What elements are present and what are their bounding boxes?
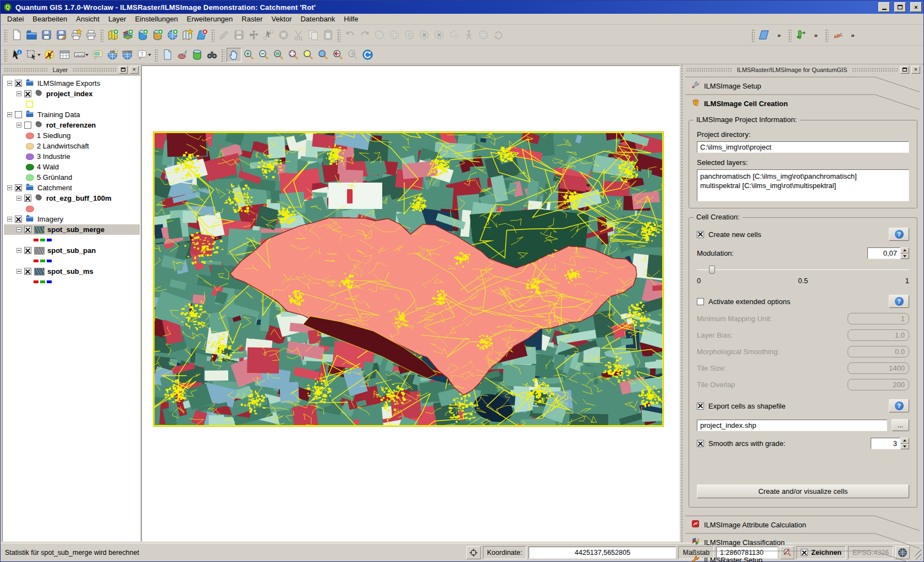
help-button[interactable]: ? bbox=[889, 295, 909, 308]
menu-raster[interactable]: Raster bbox=[237, 14, 267, 24]
new-bookmark-button[interactable]: HD bbox=[105, 48, 120, 62]
expander-icon[interactable] bbox=[16, 269, 21, 274]
move-feature-button[interactable] bbox=[246, 27, 261, 43]
select-features-button[interactable] bbox=[24, 48, 39, 62]
toolbar-grip[interactable] bbox=[221, 48, 224, 62]
add-raster-layer-button[interactable] bbox=[120, 27, 135, 43]
mouse-position-toggle-icon[interactable] bbox=[466, 546, 481, 559]
activate-extended-options-checkbox[interactable] bbox=[697, 298, 704, 305]
dock-float-button[interactable] bbox=[119, 66, 128, 74]
dock-grip[interactable] bbox=[852, 68, 898, 72]
zoom-native-button[interactable] bbox=[271, 48, 286, 62]
selected-layers-list[interactable]: panchromatisch [C:\ilms_img\rot\panchrom… bbox=[697, 169, 909, 201]
layer-item-5-gr-nland[interactable]: 5 Grünland bbox=[4, 172, 140, 183]
expander-icon[interactable] bbox=[16, 248, 21, 253]
help-button[interactable]: ? bbox=[889, 228, 909, 241]
map-navigation-overflow-button[interactable] bbox=[757, 27, 772, 43]
layer-item-spot-sub-merge[interactable]: spot_sub_merge bbox=[4, 224, 140, 235]
expander-icon[interactable] bbox=[7, 112, 12, 117]
zoom-out-button[interactable] bbox=[256, 48, 271, 62]
identify-button[interactable]: i bbox=[9, 48, 24, 62]
layer-visibility-checkbox[interactable] bbox=[15, 184, 22, 191]
render-checkbox[interactable] bbox=[801, 549, 808, 556]
layer-visibility-checkbox[interactable] bbox=[24, 268, 31, 275]
zoom-last-button[interactable] bbox=[331, 48, 345, 62]
toolbar-grip[interactable] bbox=[100, 29, 103, 42]
expander-icon[interactable] bbox=[16, 196, 21, 201]
dock-grip[interactable] bbox=[73, 68, 117, 72]
spin-down-button[interactable] bbox=[900, 254, 909, 260]
add-vector-layer-button[interactable] bbox=[106, 27, 120, 43]
pan-map-button[interactable] bbox=[227, 48, 241, 62]
menu-erweiterungen[interactable]: Erweiterungen bbox=[182, 14, 237, 24]
map-canvas[interactable] bbox=[153, 131, 664, 427]
new-map-view-button[interactable] bbox=[160, 48, 175, 62]
expander-icon[interactable] bbox=[16, 227, 21, 232]
new-print-composer-button[interactable] bbox=[69, 27, 84, 43]
close-button[interactable]: × bbox=[910, 2, 922, 12]
copy-features-button[interactable] bbox=[306, 27, 321, 43]
tab-ilmsimage-setup[interactable]: ILMSImage Setup bbox=[684, 76, 922, 92]
toolbar-grip[interactable] bbox=[751, 29, 755, 42]
layer-item-bands[interactable] bbox=[4, 256, 140, 266]
menu-einstellungen[interactable]: Einstellungen bbox=[130, 14, 182, 24]
composer-manager-button[interactable] bbox=[84, 27, 98, 43]
map-tips-button[interactable] bbox=[90, 48, 105, 62]
layer-visibility-checkbox[interactable] bbox=[24, 247, 31, 254]
layer-item-project-index[interactable]: project_index bbox=[4, 89, 140, 99]
overflow-chevron-1[interactable]: » bbox=[772, 27, 787, 43]
toolbar-grip[interactable] bbox=[788, 29, 791, 42]
menu-datenbank[interactable]: Datenbank bbox=[296, 14, 339, 24]
save-project-button[interactable] bbox=[39, 27, 54, 43]
merge-features-button[interactable] bbox=[476, 27, 491, 43]
simplify-feature-button[interactable] bbox=[372, 27, 387, 43]
dock-close-button[interactable]: × bbox=[130, 66, 139, 74]
smooth-arcs-input[interactable]: 3 bbox=[871, 438, 900, 449]
show-bookmarks-button[interactable]: HOME bbox=[120, 48, 135, 62]
dock-close-button[interactable]: × bbox=[911, 66, 920, 74]
zoom-full-button[interactable] bbox=[286, 48, 301, 62]
spin-up-button[interactable] bbox=[900, 438, 909, 444]
tab-ilmsimage-attribute-calculation[interactable]: ILMSImage Attribute Calculation bbox=[684, 515, 922, 531]
refresh-map-button[interactable] bbox=[360, 48, 375, 62]
menu-hilfe[interactable]: Hilfe bbox=[339, 14, 362, 24]
create-new-cells-checkbox[interactable] bbox=[697, 231, 704, 238]
add-postgis-layer-button[interactable] bbox=[135, 27, 150, 43]
minimize-button[interactable] bbox=[878, 2, 890, 12]
deselect-all-button[interactable] bbox=[42, 48, 57, 62]
dock-grip[interactable] bbox=[4, 68, 48, 72]
menu-vektor[interactable]: Vektor bbox=[267, 14, 296, 24]
add-ring-button[interactable] bbox=[387, 27, 402, 43]
expander-icon[interactable] bbox=[7, 217, 12, 222]
spin-up-button[interactable] bbox=[900, 247, 909, 254]
toolbar-grip[interactable] bbox=[154, 48, 158, 62]
overflow-chevron-3[interactable]: » bbox=[845, 27, 860, 43]
open-attribute-table-button[interactable] bbox=[57, 48, 72, 62]
undo-button[interactable] bbox=[343, 27, 358, 43]
search-button[interactable] bbox=[205, 48, 219, 62]
remove-layer-button[interactable] bbox=[195, 27, 210, 43]
layer-item-3-industrie[interactable]: 3 Industrie bbox=[4, 151, 140, 162]
coordinate-input[interactable]: 4425137,5652805 bbox=[529, 547, 676, 559]
create-visualize-cells-button[interactable]: Create and/or visualize cells bbox=[697, 484, 909, 498]
layer-item-4-wald[interactable]: 4 Wald bbox=[4, 162, 140, 172]
toolbar-grip[interactable] bbox=[337, 29, 340, 42]
node-tool-button[interactable] bbox=[261, 27, 276, 43]
layer-swap-overflow-button[interactable] bbox=[794, 27, 809, 43]
project-directory-input[interactable]: C:\ilms_img\rot\project bbox=[697, 141, 909, 153]
modulation-slider[interactable] bbox=[697, 265, 909, 274]
selected-layer-entry[interactable]: panchromatisch [C:\ilms_img\rot\panchrom… bbox=[700, 172, 906, 181]
layer-visibility-checkbox[interactable] bbox=[24, 122, 31, 129]
toolbar-grip[interactable] bbox=[3, 48, 7, 62]
zoom-in-button[interactable] bbox=[241, 48, 256, 62]
menu-datei[interactable]: Datei bbox=[3, 14, 28, 24]
smooth-arcs-checkbox[interactable] bbox=[697, 440, 704, 447]
toolbar-grip[interactable] bbox=[211, 29, 215, 42]
toolbar-grip[interactable] bbox=[824, 29, 828, 42]
layer-item-rot-referenzen[interactable]: rot_referenzen bbox=[4, 120, 140, 130]
layer-item-1-siedlung[interactable]: 1 Siedlung bbox=[4, 130, 140, 141]
shapefile-name-input[interactable]: project_index.shp bbox=[697, 420, 887, 431]
zoom-next-button[interactable] bbox=[345, 48, 360, 62]
redo-button[interactable] bbox=[358, 27, 372, 43]
layer-item-imagery[interactable]: Imagery bbox=[4, 214, 140, 224]
